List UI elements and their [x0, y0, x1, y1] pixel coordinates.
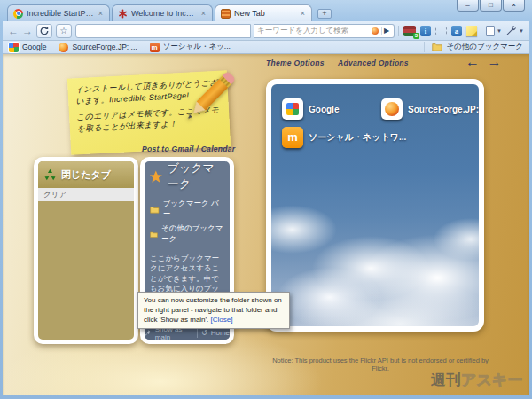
clear-closed-tabs-button[interactable]: クリア	[38, 188, 134, 201]
star-icon	[149, 168, 163, 185]
social-network-icon: m	[150, 43, 160, 52]
asterisk-favicon-icon	[118, 9, 128, 19]
search-go-button[interactable]: ▶	[381, 27, 391, 35]
extension-icons: 3 i a	[398, 26, 477, 36]
google-icon	[9, 43, 19, 52]
speed-dial-sourceforge[interactable]: SourceForge.JP:...	[381, 98, 484, 120]
watermark: 週刊アスキー	[431, 370, 522, 390]
other-bookmarks-button[interactable]: その他のブックマーク	[424, 42, 523, 52]
customize-folder-tooltip: You can now customize the folder shown o…	[137, 292, 290, 329]
advanced-options-link[interactable]: Advanced Options	[338, 59, 409, 67]
bookmark-star-button[interactable]: ☆	[56, 24, 72, 38]
watermark-solid-text: 週刊	[431, 372, 461, 388]
closed-tabs-header: 閉じたタブ	[38, 161, 134, 188]
sticky-note-memo[interactable]: インストールして頂きありがとうございます。Incredible StartPag…	[67, 70, 231, 154]
speed-dial-social[interactable]: m ソーシャル・ネットワ...	[282, 127, 406, 148]
bookmarks-panel-title: ブックマーク	[168, 160, 225, 192]
maximize-button[interactable]: □	[480, 0, 502, 12]
startpage-favicon-icon	[221, 9, 231, 19]
watermark-outline-text: アスキー	[461, 372, 522, 388]
folder-icon	[150, 206, 160, 214]
screenshot-extension-icon[interactable]	[435, 27, 447, 35]
sourceforge-tile-icon	[381, 98, 403, 120]
chevron-down-icon: ▼	[497, 28, 502, 34]
page-menu[interactable]: ▼	[481, 26, 502, 36]
closed-tabs-title: 閉じたタブ	[61, 168, 111, 182]
bookmark-stack-extension-icon[interactable]: 3	[403, 26, 416, 36]
page-icon	[486, 26, 495, 36]
pin-icon	[145, 329, 152, 337]
bookmark-social[interactable]: m ソーシャル・ネッ...	[150, 42, 231, 52]
search-placeholder: キーワードを入力して検索	[257, 26, 369, 36]
bookmark-google[interactable]: Google	[9, 43, 46, 52]
speed-dial-label: SourceForge.JP:...	[408, 105, 484, 114]
speed-dial-label: ソーシャル・ネットワ...	[309, 131, 406, 144]
closed-tabs-panel: 閉じたタブ クリア	[34, 157, 138, 344]
home-icon: ↺	[201, 329, 207, 337]
tab-strip: Incredible StartPage -... × Welcome to I…	[7, 4, 332, 21]
panel-nav-arrows[interactable]: ← →	[466, 54, 503, 70]
reload-button[interactable]	[36, 24, 52, 38]
bookmark-sourceforge[interactable]: SourceForge.JP: ...	[59, 43, 137, 52]
tab-title: Welcome to Incredible...	[131, 9, 197, 18]
mixi-tile-icon: m	[282, 127, 303, 148]
search-box[interactable]: キーワードを入力して検索 ▶	[254, 24, 395, 38]
address-bar-input[interactable]	[75, 24, 251, 38]
open-new-tab-button[interactable]: +	[317, 9, 332, 19]
start-page: Theme Options Advanced Options ← → インストー…	[3, 54, 529, 395]
bookmark-label: SourceForge.JP: ...	[72, 43, 137, 51]
wrench-icon	[505, 25, 517, 36]
tab-incredible-startpage[interactable]: Incredible StartPage -... ×	[7, 4, 110, 21]
close-button[interactable]: ×	[503, 0, 525, 12]
bookmarks-bar: Google SourceForge.JP: ... m ソーシャル・ネッ...…	[3, 41, 529, 54]
forward-button[interactable]: →	[22, 26, 33, 36]
speed-dial-label: Google	[309, 105, 339, 114]
bookmark-label: Google	[22, 43, 46, 51]
folder-icon	[150, 231, 158, 239]
recycle-icon	[43, 168, 57, 182]
chevron-down-icon: ▼	[519, 28, 524, 34]
bookmark-label: ソーシャル・ネッ...	[163, 42, 231, 52]
folder-label: その他のブックマーク	[161, 223, 224, 245]
tab-new-tab[interactable]: New Tab ×	[215, 4, 312, 21]
tab-title: New Tab	[234, 9, 296, 18]
chrome-favicon-icon	[13, 9, 23, 19]
tab-title: Incredible StartPage -...	[27, 9, 94, 18]
tab-close-icon[interactable]: ×	[200, 9, 207, 18]
back-button[interactable]: ←	[8, 26, 19, 36]
minimize-button[interactable]: –	[457, 0, 479, 12]
footer-divider	[197, 329, 198, 338]
other-bookmarks-label: その他のブックマーク	[446, 42, 523, 52]
info-extension-icon[interactable]: i	[420, 26, 431, 36]
folder-label: ブックマーク バー	[163, 199, 224, 220]
tab-close-icon[interactable]: ×	[98, 9, 104, 18]
other-bookmarks-folder[interactable]: その他のブックマーク	[145, 222, 230, 246]
theme-options-link[interactable]: Theme Options	[266, 59, 325, 67]
navigation-toolbar: ← → ☆ キーワードを入力して検索 ▶ 3 i a ▼ ▼	[3, 21, 529, 41]
speed-dial-panel: Google SourceForge.JP:... m ソーシャル・ネットワ..…	[266, 79, 484, 332]
sourceforge-icon	[59, 43, 68, 52]
tooltip-close-link[interactable]: [Close]	[211, 316, 233, 324]
search-engine-icon	[372, 27, 379, 35]
folder-icon	[432, 43, 442, 51]
speed-dial-google[interactable]: Google	[282, 98, 339, 120]
a-extension-icon[interactable]: a	[451, 26, 462, 36]
extension-badge: 3	[413, 33, 419, 39]
bookmarks-panel-header: ブックマーク	[145, 161, 230, 192]
titlebar: Incredible StartPage -... × Welcome to I…	[0, 0, 532, 21]
tab-welcome[interactable]: Welcome to Incredible... ×	[112, 4, 213, 21]
browser-window: Incredible StartPage -... × Welcome to I…	[0, 0, 532, 399]
home-button[interactable]: Home	[211, 329, 230, 337]
google-tile-icon	[282, 98, 303, 120]
note-extension-icon[interactable]	[466, 26, 477, 36]
bookmarks-bar-folder[interactable]: ブックマーク バー	[145, 197, 230, 222]
tab-close-icon[interactable]: ×	[300, 9, 306, 18]
wrench-menu[interactable]: ▼	[505, 25, 524, 36]
post-to-gmail-link[interactable]: Post to Gmail / Calendar	[142, 145, 235, 153]
window-controls: – □ ×	[457, 0, 525, 12]
